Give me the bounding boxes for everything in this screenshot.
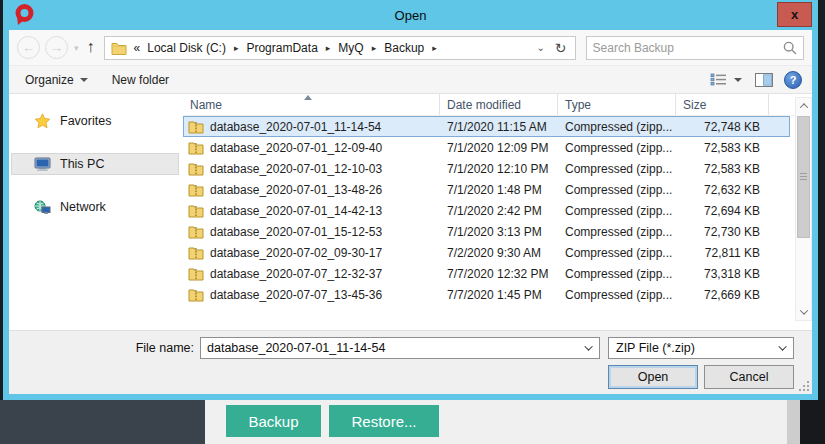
refresh-icon[interactable]: ↻ xyxy=(553,40,569,56)
file-size: 72,583 KB xyxy=(676,141,769,155)
column-header-type[interactable]: Type xyxy=(558,94,676,115)
backup-button[interactable]: Backup xyxy=(226,405,321,437)
open-button[interactable]: Open xyxy=(608,365,698,389)
search-input[interactable] xyxy=(593,41,783,55)
file-row[interactable]: database_2020-07-01_12-10-03 7/1/2020 12… xyxy=(183,158,790,179)
preview-pane-button[interactable] xyxy=(753,73,775,87)
organize-menu[interactable]: Organize xyxy=(19,66,94,93)
star-icon xyxy=(34,113,51,129)
file-row[interactable]: database_2020-07-07_13-45-36 7/7/2020 1:… xyxy=(183,284,790,305)
chevron-down-icon xyxy=(799,306,807,314)
open-dialog: Open x ← → ▾ ↑ « Local Disk xyxy=(3,0,818,400)
resize-grip[interactable] xyxy=(798,380,809,391)
preview-pane-icon xyxy=(755,73,773,87)
file-row[interactable]: database_2020-07-01_14-42-13 7/1/2020 2:… xyxy=(183,200,790,221)
address-bar[interactable]: « Local Disk (C:) ▸ ProgramData ▸ MyQ ▸ … xyxy=(104,36,576,60)
file-type: Compressed (zipp... xyxy=(558,120,676,134)
file-name-combo xyxy=(200,337,600,359)
file-row[interactable]: database_2020-07-01_11-14-54 7/1/2020 11… xyxy=(183,116,790,137)
breadcrumb-local-disk[interactable]: Local Disk (C:) xyxy=(146,41,227,55)
file-size: 72,583 KB xyxy=(676,162,769,176)
breadcrumb-overflow[interactable]: « xyxy=(129,41,147,55)
file-size: 73,318 KB xyxy=(676,267,769,281)
address-dropdown-icon[interactable]: ⌄ xyxy=(528,42,552,53)
help-button[interactable]: ? xyxy=(784,71,802,89)
back-button[interactable]: ← xyxy=(17,36,40,59)
breadcrumb-programdata[interactable]: ProgramData xyxy=(245,41,318,55)
scroll-down-button[interactable] xyxy=(796,304,811,320)
file-date-modified: 7/1/2020 11:15 AM xyxy=(440,120,558,134)
column-header-size[interactable]: Size xyxy=(676,94,769,115)
file-type-select[interactable]: ZIP File (*.zip) xyxy=(608,337,794,359)
zip-file-icon xyxy=(188,183,204,197)
breadcrumb-backup[interactable]: Backup xyxy=(383,41,425,55)
file-size: 72,669 KB xyxy=(676,288,769,302)
breadcrumb-myq[interactable]: MyQ xyxy=(337,41,364,55)
dialog-body: ← → ▾ ↑ « Local Disk (C:) ▸ ProgramData xyxy=(9,30,812,394)
background-app-scrollbar[interactable] xyxy=(787,400,800,444)
close-button[interactable]: x xyxy=(777,2,812,27)
file-date-modified: 7/7/2020 12:32 PM xyxy=(440,267,558,281)
file-name: database_2020-07-01_14-42-13 xyxy=(210,204,382,218)
cancel-button[interactable]: Cancel xyxy=(704,365,794,389)
file-size: 72,811 KB xyxy=(676,246,769,260)
column-header-date-modified[interactable]: Date modified xyxy=(440,94,558,115)
restore-button[interactable]: Restore... xyxy=(329,405,439,437)
file-type: Compressed (zipp... xyxy=(558,267,676,281)
zip-file-icon xyxy=(188,204,204,218)
sidebar-item-label: This PC xyxy=(60,157,104,171)
file-row[interactable]: database_2020-07-02_09-30-17 7/2/2020 9:… xyxy=(183,242,790,263)
column-label: Date modified xyxy=(447,98,521,112)
command-toolbar: Organize New folder xyxy=(9,66,812,94)
file-size: 72,748 KB xyxy=(676,120,769,134)
breadcrumb-separator-icon[interactable]: ▸ xyxy=(365,43,384,53)
file-name: database_2020-07-01_13-48-26 xyxy=(210,183,382,197)
file-date-modified: 7/1/2020 12:10 PM xyxy=(440,162,558,176)
column-header-name[interactable]: Name xyxy=(183,94,440,115)
sidebar-item-label: Network xyxy=(60,200,106,214)
breadcrumb-separator-icon[interactable]: ▸ xyxy=(425,43,444,53)
file-name: database_2020-07-07_13-45-36 xyxy=(210,288,382,302)
navigation-pane: Favorites This PC xyxy=(9,94,183,330)
file-name: database_2020-07-01_11-14-54 xyxy=(210,120,381,134)
scrollbar-thumb[interactable] xyxy=(797,116,810,238)
change-view-button[interactable] xyxy=(708,73,744,86)
sidebar-item-this-pc[interactable]: This PC xyxy=(11,153,179,175)
scroll-up-button[interactable] xyxy=(796,98,811,114)
file-size: 72,694 KB xyxy=(676,204,769,218)
search-icon[interactable] xyxy=(783,41,797,55)
file-name-input[interactable] xyxy=(201,341,581,355)
file-row[interactable]: database_2020-07-07_12-32-37 7/7/2020 12… xyxy=(183,263,790,284)
file-date-modified: 7/1/2020 12:09 PM xyxy=(440,141,558,155)
file-date-modified: 7/7/2020 1:45 PM xyxy=(440,288,558,302)
file-type-value: ZIP File (*.zip) xyxy=(616,341,775,355)
file-row[interactable]: database_2020-07-01_15-12-53 7/1/2020 3:… xyxy=(183,221,790,242)
breadcrumb-separator-icon[interactable]: ▸ xyxy=(319,43,338,53)
file-row[interactable]: database_2020-07-01_12-09-40 7/1/2020 12… xyxy=(183,137,790,158)
vertical-scrollbar[interactable] xyxy=(795,97,812,321)
file-type: Compressed (zipp... xyxy=(558,246,676,260)
column-headers: Name Date modified Type Size xyxy=(183,94,795,116)
chevron-down-icon xyxy=(734,78,742,82)
sidebar-item-label: Favorites xyxy=(60,114,111,128)
recent-locations-icon[interactable]: ▾ xyxy=(74,43,79,53)
new-folder-label: New folder xyxy=(112,73,169,87)
computer-icon xyxy=(34,157,51,172)
file-name-dropdown-icon[interactable] xyxy=(581,338,599,358)
sidebar-item-network[interactable]: Network xyxy=(11,196,179,218)
myq-logo-icon xyxy=(13,3,35,31)
file-type-dropdown-icon[interactable] xyxy=(775,338,793,358)
zip-file-icon xyxy=(188,120,204,134)
breadcrumb-separator-icon[interactable]: ▸ xyxy=(227,43,246,53)
zip-file-icon xyxy=(188,246,204,260)
file-date-modified: 7/1/2020 1:48 PM xyxy=(440,183,558,197)
forward-button[interactable]: → xyxy=(45,36,68,59)
file-row[interactable]: database_2020-07-01_13-48-26 7/1/2020 1:… xyxy=(183,179,790,200)
sort-ascending-icon xyxy=(304,95,312,100)
up-button[interactable]: ↑ xyxy=(87,38,95,56)
zip-file-icon xyxy=(188,162,204,176)
sidebar-item-favorites[interactable]: Favorites xyxy=(11,110,179,132)
new-folder-button[interactable]: New folder xyxy=(106,66,175,93)
column-header-filler xyxy=(769,94,795,115)
file-size: 72,730 KB xyxy=(676,225,769,239)
